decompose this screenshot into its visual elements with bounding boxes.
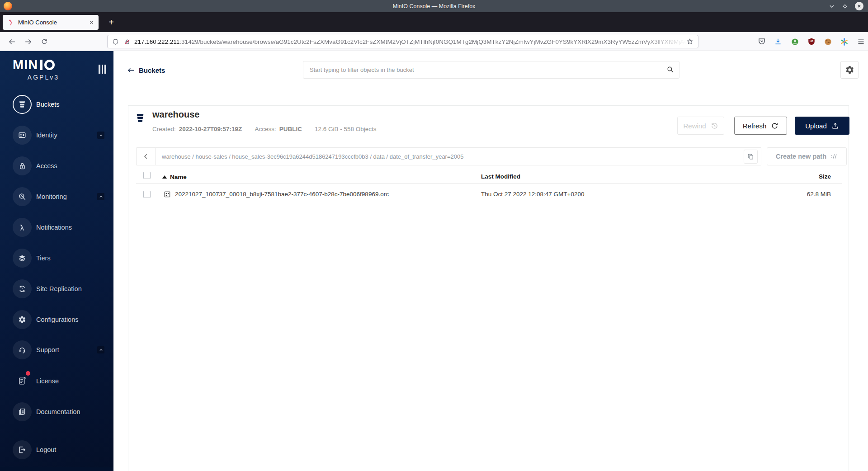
gear-icon bbox=[845, 65, 854, 75]
identity-card-icon bbox=[13, 126, 32, 145]
create-new-path-label: Create new path bbox=[776, 153, 826, 160]
table-row[interactable]: 20221027_100737_00018_b8xji-7581bae2-377… bbox=[136, 184, 842, 205]
extension-green-icon[interactable] bbox=[790, 37, 800, 47]
created-value: 2022-10-27T09:57:19Z bbox=[179, 126, 242, 132]
window-minimize-button[interactable] bbox=[829, 3, 835, 9]
insecure-lock-icon[interactable] bbox=[124, 38, 131, 45]
sidebar-item-monitoring[interactable]: Monitoring bbox=[0, 187, 113, 207]
sidebar-item-label: Identity bbox=[36, 132, 57, 139]
license-update-badge bbox=[26, 371, 30, 376]
sidebar-item-documentation[interactable]: Documentation bbox=[0, 402, 113, 422]
sidebar-item-site-replication[interactable]: Site Replication bbox=[0, 279, 113, 299]
sidebar-item-license[interactable]: License bbox=[0, 371, 113, 391]
browser-tabstrip: MinIO Console + bbox=[0, 12, 868, 32]
url-bar[interactable]: 217.160.222.211:31429/buckets/warehouse/… bbox=[107, 35, 698, 48]
browser-navbar: 217.160.222.211:31429/buckets/warehouse/… bbox=[0, 32, 868, 51]
documentation-icon bbox=[13, 402, 32, 421]
browser-tab-minio-console[interactable]: MinIO Console bbox=[3, 15, 99, 30]
sidebar-item-label: Configurations bbox=[36, 316, 79, 323]
sidebar-item-buckets[interactable]: Buckets bbox=[0, 94, 113, 114]
menu-hamburger-icon[interactable] bbox=[856, 37, 866, 47]
pocket-icon[interactable] bbox=[757, 37, 767, 47]
refresh-button[interactable]: Refresh bbox=[734, 117, 787, 135]
sidebar-footer bbox=[0, 467, 113, 471]
column-header-name[interactable]: Name bbox=[162, 170, 187, 184]
column-header-size[interactable]: Size bbox=[819, 170, 831, 184]
column-header-last-modified[interactable]: Last Modified bbox=[481, 170, 520, 184]
tab-close-icon[interactable] bbox=[89, 20, 94, 25]
downloads-icon[interactable] bbox=[773, 37, 783, 47]
cookie-extension-icon[interactable] bbox=[823, 37, 833, 47]
name-header-label: Name bbox=[170, 174, 187, 180]
bookmark-star-icon[interactable] bbox=[686, 38, 693, 45]
browser-back-button[interactable] bbox=[6, 36, 17, 47]
back-label: Buckets bbox=[139, 66, 165, 74]
window-close-button[interactable] bbox=[855, 2, 863, 10]
back-to-buckets-link[interactable]: Buckets bbox=[127, 66, 165, 74]
gear-icon bbox=[13, 310, 32, 329]
rewind-icon bbox=[711, 122, 718, 130]
tab-title: MinIO Console bbox=[18, 19, 89, 26]
upload-icon bbox=[831, 122, 839, 130]
url-text: 217.160.222.211:31429/buckets/warehouse/… bbox=[134, 38, 686, 45]
bucket-settings-button[interactable] bbox=[840, 61, 859, 79]
buckets-icon bbox=[13, 95, 32, 114]
new-tab-button[interactable]: + bbox=[106, 17, 117, 28]
browser-forward-button[interactable] bbox=[23, 36, 33, 47]
chevron-up-icon[interactable] bbox=[97, 346, 104, 353]
refresh-label: Refresh bbox=[743, 122, 767, 130]
permissions-shield-icon[interactable] bbox=[112, 38, 119, 45]
lambda-icon bbox=[13, 218, 32, 237]
asterisk-extension-icon[interactable] bbox=[839, 37, 849, 47]
bucket-meta: Created:2022-10-27T09:57:19Z Access:PUBL… bbox=[152, 126, 376, 132]
bucket-usage: 12.6 GiB - 558 Objects bbox=[315, 126, 377, 132]
chevron-up-icon[interactable] bbox=[97, 193, 104, 200]
select-all-checkbox[interactable] bbox=[143, 172, 151, 179]
path-breadcrumb-bar: warehouse / house-sales / house_sales-3e… bbox=[136, 147, 761, 165]
sidebar-item-identity[interactable]: Identity bbox=[0, 125, 113, 145]
url-host: 217.160.222.211 bbox=[134, 38, 179, 45]
sidebar-item-label: Monitoring bbox=[36, 193, 67, 200]
minio-favicon bbox=[7, 19, 14, 26]
bucket-name-title: warehouse bbox=[152, 109, 199, 120]
svg-text:UO: UO bbox=[810, 40, 813, 42]
monitoring-icon bbox=[13, 187, 32, 206]
breadcrumb-path[interactable]: warehouse / house-sales / house_sales-3e… bbox=[162, 153, 761, 160]
sidebar-item-tiers[interactable]: Tiers bbox=[0, 248, 113, 268]
bucket-icon bbox=[135, 113, 145, 123]
copy-path-button[interactable] bbox=[744, 150, 758, 164]
sidebar-item-label: Buckets bbox=[36, 101, 60, 108]
sidebar-item-notifications[interactable]: Notifications bbox=[0, 217, 113, 237]
object-filter-search bbox=[303, 61, 679, 79]
browser-reload-button[interactable] bbox=[39, 36, 50, 47]
rewind-button[interactable]: Rewind bbox=[677, 117, 724, 135]
minio-logo-ring bbox=[44, 60, 55, 70]
access-label: Access: bbox=[255, 126, 276, 132]
path-back-button[interactable] bbox=[137, 148, 156, 165]
upload-button[interactable]: Upload bbox=[795, 117, 849, 135]
create-new-path-button[interactable]: Create new path bbox=[767, 147, 847, 165]
sidebar-item-label: Access bbox=[36, 162, 57, 170]
sidebar-item-access[interactable]: Access bbox=[0, 156, 113, 176]
row-checkbox[interactable] bbox=[143, 191, 151, 198]
sidebar-item-label: Tiers bbox=[36, 254, 51, 262]
chevron-up-icon[interactable] bbox=[97, 132, 104, 139]
search-icon bbox=[666, 66, 674, 73]
minio-logo-text: MIN bbox=[13, 59, 38, 71]
object-name-link[interactable]: 20221027_100737_00018_b8xji-7581bae2-377… bbox=[175, 184, 389, 205]
url-path: :31429/buckets/warehouse/browse/aG91c2Ut… bbox=[179, 38, 686, 45]
sidebar-item-label: Site Replication bbox=[36, 285, 82, 292]
object-last-modified: Thu Oct 27 2022 12:08:47 GMT+0200 bbox=[481, 184, 585, 205]
back-arrow-icon bbox=[127, 67, 135, 74]
sidebar-item-support[interactable]: Support bbox=[0, 340, 113, 360]
objects-table-header: Name Last Modified Size bbox=[136, 170, 842, 184]
window-maximize-button[interactable] bbox=[842, 3, 848, 9]
sidebar-item-logout[interactable]: Logout bbox=[0, 440, 113, 460]
search-input[interactable] bbox=[303, 61, 679, 79]
minio-logo-bar bbox=[40, 60, 42, 70]
ublock-shield-icon[interactable]: UO bbox=[807, 37, 816, 47]
access-value[interactable]: PUBLIC bbox=[279, 126, 302, 132]
sidebar-item-configurations[interactable]: Configurations bbox=[0, 310, 113, 330]
sidebar-collapse-icon[interactable] bbox=[99, 65, 106, 74]
main-content: Buckets warehouse Created:2022-10-27T09:… bbox=[113, 51, 868, 471]
